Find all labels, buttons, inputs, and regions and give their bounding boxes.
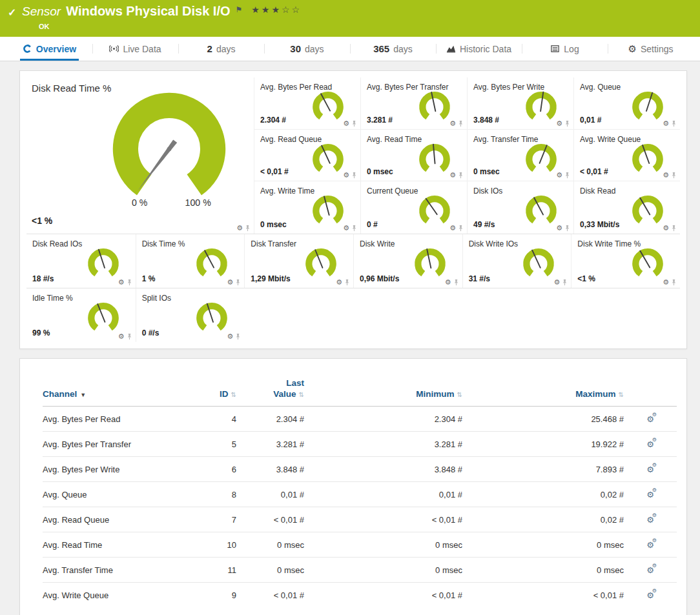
- pin-icon[interactable]: [458, 225, 464, 232]
- pin-icon[interactable]: [564, 225, 570, 232]
- pin-icon[interactable]: [458, 172, 464, 179]
- sort-icon: ⇅: [457, 391, 462, 398]
- pin-icon[interactable]: [453, 279, 459, 286]
- gauge-card[interactable]: Idle Time % 99 % ⚙: [26, 288, 136, 342]
- gauge-gear-icon[interactable]: ⚙: [227, 279, 233, 286]
- col-header-minimum[interactable]: Minimum⇅: [304, 378, 462, 406]
- col-header-maximum[interactable]: Maximum⇅: [462, 378, 624, 406]
- col-header-id[interactable]: ID⇅: [181, 378, 236, 406]
- cell-id: 6: [181, 456, 236, 481]
- gauge-card[interactable]: Disk Write 0,96 Mbit/s ⚙: [353, 234, 462, 288]
- gauge-card[interactable]: Disk Write Time % <1 % ⚙: [571, 234, 680, 288]
- gauge-gear-icon[interactable]: ⚙: [227, 333, 233, 340]
- pin-icon[interactable]: [562, 279, 568, 286]
- gauge-gear-icon[interactable]: ⚙: [556, 225, 562, 232]
- cell-channel: Avg. Bytes Per Read: [43, 406, 181, 431]
- pin-icon[interactable]: [671, 225, 677, 232]
- gauge-card[interactable]: Avg. Queue 0,01 # ⚙: [573, 77, 680, 130]
- sort-desc-icon: ▼: [80, 392, 86, 398]
- pin-icon[interactable]: [564, 120, 570, 127]
- channel-gauge-value: 0 #/s: [142, 328, 160, 338]
- gauge-gear-icon[interactable]: ⚙: [663, 120, 669, 127]
- channel-settings-gear-icon[interactable]: ⚙⚙: [646, 591, 654, 600]
- pin-icon[interactable]: [564, 172, 570, 179]
- pin-icon[interactable]: [671, 172, 677, 179]
- tab-365-days[interactable]: 365 days: [350, 37, 436, 61]
- gauge-gear-icon[interactable]: ⚙: [663, 279, 669, 286]
- channel-settings-gear-icon[interactable]: ⚙⚙: [646, 541, 654, 549]
- tab-30-days[interactable]: 30 days: [264, 37, 350, 61]
- gauge-gear-icon[interactable]: ⚙: [449, 120, 456, 127]
- pin-icon[interactable]: [671, 279, 677, 286]
- tab-label: days: [216, 44, 236, 54]
- channel-settings-gear-icon[interactable]: ⚙⚙: [646, 516, 654, 524]
- channel-settings-gear-icon[interactable]: ⚙⚙: [646, 490, 654, 499]
- tab-label: Historic Data: [460, 44, 511, 54]
- gauge-gear-icon[interactable]: ⚙: [336, 279, 342, 286]
- gauge-gear-icon[interactable]: ⚙: [449, 172, 456, 179]
- channel-settings-gear-icon[interactable]: ⚙⚙: [646, 566, 654, 574]
- channel-table-row: Avg. Transfer Time 11 0 msec 0 msec 0 ms…: [43, 557, 677, 582]
- gauge-gear-icon[interactable]: ⚙: [449, 225, 456, 232]
- cell-maximum: 0,02 #: [462, 507, 624, 532]
- gauge-card[interactable]: Avg. Bytes Per Read 2.304 # ⚙: [254, 77, 360, 130]
- gauge-gear-icon[interactable]: ⚙: [445, 279, 451, 286]
- pin-icon[interactable]: [245, 225, 251, 232]
- gauge-card[interactable]: Disk Read 0,33 Mbit/s ⚙: [573, 181, 680, 234]
- pin-icon[interactable]: [351, 225, 357, 232]
- gauge-gear-icon[interactable]: ⚙: [236, 225, 243, 232]
- tab-2-days[interactable]: 2 days: [178, 37, 264, 61]
- pin-icon[interactable]: [235, 279, 241, 286]
- gauge-card[interactable]: Disk Read IOs 18 #/s ⚙: [26, 234, 136, 288]
- gauge-gear-icon[interactable]: ⚙: [343, 225, 349, 232]
- tab-settings[interactable]: ⚙ Settings: [608, 37, 694, 61]
- pin-icon[interactable]: [671, 120, 677, 127]
- gauge-card[interactable]: Avg. Read Time 0 msec ⚙: [360, 130, 467, 182]
- priority-star-rating[interactable]: ★★★☆☆: [247, 4, 302, 15]
- pin-icon[interactable]: [127, 279, 132, 286]
- gauge-card[interactable]: Disk IOs 49 #/s ⚙: [467, 181, 573, 234]
- tab-historic-data[interactable]: Historic Data: [436, 37, 522, 61]
- pin-icon[interactable]: [235, 333, 241, 340]
- gauge-gear-icon[interactable]: ⚙: [343, 120, 349, 127]
- gauge-card[interactable]: Avg. Write Time 0 msec ⚙: [254, 181, 360, 234]
- gauge-card[interactable]: Disk Transfer 1,29 Mbit/s ⚙: [244, 234, 353, 288]
- gauge-gear-icon[interactable]: ⚙: [663, 225, 669, 232]
- gauge-gear-icon[interactable]: ⚙: [553, 279, 560, 286]
- cell-id: 9: [181, 582, 236, 607]
- gauge-card[interactable]: Disk Write IOs 31 #/s ⚙: [462, 234, 571, 288]
- gauge-gear-icon[interactable]: ⚙: [663, 172, 669, 179]
- settings-gear-icon: ⚙: [628, 44, 636, 54]
- tab-overview[interactable]: Overview: [6, 37, 92, 61]
- gauge-gear-icon[interactable]: ⚙: [556, 120, 562, 127]
- channel-settings-gear-icon[interactable]: ⚙⚙: [646, 440, 654, 449]
- col-header-last-value[interactable]: Last Value⇅: [236, 378, 304, 406]
- gauge-gear-icon[interactable]: ⚙: [343, 172, 349, 179]
- gauge-card[interactable]: Split IOs 0 #/s ⚙: [136, 288, 245, 342]
- channel-gauge-value: 31 #/s: [469, 274, 490, 283]
- gauge-card[interactable]: Disk Time % 1 % ⚙: [136, 234, 245, 288]
- gauge-card[interactable]: Current Queue 0 # ⚙: [360, 181, 467, 234]
- gauge-card[interactable]: Avg. Bytes Per Transfer 3.281 # ⚙: [360, 77, 467, 130]
- tab-log[interactable]: Log: [522, 37, 608, 61]
- channel-settings-gear-icon[interactable]: ⚙⚙: [646, 465, 654, 474]
- tab-live-data[interactable]: Live Data: [92, 37, 178, 61]
- channel-settings-gear-icon[interactable]: ⚙⚙: [646, 415, 654, 423]
- pin-icon[interactable]: [351, 172, 357, 179]
- channel-gauge-value: 49 #/s: [473, 220, 495, 229]
- pin-icon[interactable]: [344, 279, 350, 286]
- gauge-card[interactable]: Avg. Bytes Per Write 3.848 # ⚙: [467, 77, 573, 130]
- gauge-gear-icon[interactable]: ⚙: [556, 172, 562, 179]
- gauge-gear-icon[interactable]: ⚙: [118, 333, 125, 340]
- gauge-card[interactable]: Avg. Transfer Time 0 msec ⚙: [467, 130, 573, 182]
- col-header-channel[interactable]: Channel▼: [43, 378, 181, 406]
- channel-gauge-value: < 0,01 #: [580, 167, 608, 176]
- primary-channel-gauge-card[interactable]: Disk Read Time % 0 % 100 % <1 % ⚙: [26, 77, 254, 234]
- pin-icon[interactable]: [127, 333, 132, 340]
- gauge-card[interactable]: Avg. Write Queue < 0,01 # ⚙: [573, 130, 680, 182]
- pin-icon[interactable]: [351, 120, 357, 127]
- cell-maximum: 0 msec: [462, 557, 624, 582]
- gauge-gear-icon[interactable]: ⚙: [118, 279, 125, 286]
- gauge-card[interactable]: Avg. Read Queue < 0,01 # ⚙: [254, 130, 360, 182]
- pin-icon[interactable]: [458, 120, 464, 127]
